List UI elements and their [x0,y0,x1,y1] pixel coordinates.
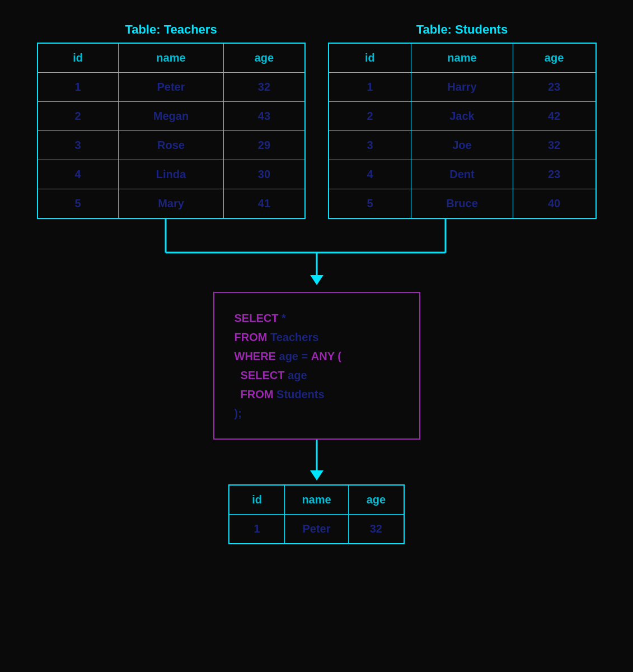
table-cell: Bruce [411,189,513,219]
result-table: id name age 1Peter32 [228,484,405,544]
students-table: id name age 1Harry232Jack423Joe324Dent23… [328,43,597,219]
table-cell: 23 [513,160,596,189]
bottom-connector [37,440,597,484]
table-cell: Harry [411,73,513,102]
table-cell: 41 [224,189,305,219]
students-col-id: id [329,43,411,73]
students-col-name: name [411,43,513,73]
table-row: 2Jack42 [329,102,596,131]
sql-line1: SELECT * [235,309,399,328]
kw-select2: SELECT [235,369,285,381]
bottom-connector-svg [289,440,345,484]
table-row: 1Harry23 [329,73,596,102]
table-cell: 2 [329,102,411,131]
connector-svg [37,219,597,292]
table-cell: Rose [118,131,224,160]
table-cell: 40 [513,189,596,219]
table-cell: 1 [229,515,285,544]
sql-box: SELECT * FROM Teachers WHERE age = ANY (… [213,292,420,440]
sql-line5: FROM Students [235,385,399,404]
table-row: 4Dent23 [329,160,596,189]
table-cell: Peter [118,73,224,102]
table-cell: Peter [285,515,348,544]
sql-code: SELECT * FROM Teachers WHERE age = ANY (… [235,309,399,423]
table-cell: Joe [411,131,513,160]
table-cell: 1 [37,73,119,102]
table-row: 4Linda30 [37,160,305,189]
table-cell: Linda [118,160,224,189]
sql-line4: SELECT age [235,366,399,385]
table-row: 1Peter32 [37,73,305,102]
result-header-row: id name age [229,485,404,515]
teachers-col-name: name [118,43,224,73]
teachers-header-row: id name age [37,43,305,73]
result-col-age: age [348,485,404,515]
table-row: 5Mary41 [37,189,305,219]
teachers-col-id: id [37,43,119,73]
students-section: Table: Students id name age 1Harry232Jac… [328,22,597,219]
teachers-title: Table: Teachers [125,22,217,37]
top-connector [37,219,597,292]
table-cell: 23 [513,73,596,102]
svg-marker-6 [310,470,323,480]
table-cell: 4 [37,160,119,189]
students-title: Table: Students [416,22,508,37]
teachers-table: id name age 1Peter322Megan433Rose294Lind… [37,43,306,219]
table-cell: 5 [329,189,411,219]
teachers-section: Table: Teachers id name age 1Peter322Meg… [37,22,306,219]
table-row: 1Peter32 [229,515,404,544]
result-col-name: name [285,485,348,515]
table-row: 2Megan43 [37,102,305,131]
table-row: 3Rose29 [37,131,305,160]
table-cell: 43 [224,102,305,131]
kw-select1: SELECT [235,312,279,324]
sql-line6: ); [235,404,399,423]
table-cell: 30 [224,160,305,189]
table-cell: 29 [224,131,305,160]
table-row: 5Bruce40 [329,189,596,219]
table-cell: 1 [329,73,411,102]
table-cell: 3 [37,131,119,160]
result-section: id name age 1Peter32 [228,484,405,544]
table-cell: Jack [411,102,513,131]
tables-row: Table: Teachers id name age 1Peter322Meg… [37,22,597,219]
table-cell: 4 [329,160,411,189]
table-cell: 32 [348,515,404,544]
sql-line2: FROM Teachers [235,328,399,347]
table-cell: 32 [513,131,596,160]
table-cell: Mary [118,189,224,219]
svg-marker-4 [310,275,323,285]
table-cell: Dent [411,160,513,189]
students-col-age: age [513,43,596,73]
table-cell: 3 [329,131,411,160]
table-cell: 42 [513,102,596,131]
kw-from2: FROM [235,388,274,400]
kw-any: ANY ( [311,350,341,362]
table-cell: Megan [118,102,224,131]
table-cell: 2 [37,102,119,131]
table-cell: 32 [224,73,305,102]
table-cell: 5 [37,189,119,219]
sql-line3: WHERE age = ANY ( [235,347,399,366]
table-row: 3Joe32 [329,131,596,160]
teachers-col-age: age [224,43,305,73]
main-container: Table: Teachers id name age 1Peter322Meg… [37,22,597,544]
students-header-row: id name age [329,43,596,73]
kw-from1: FROM [235,331,268,343]
result-col-id: id [229,485,285,515]
kw-where: WHERE [235,350,276,362]
